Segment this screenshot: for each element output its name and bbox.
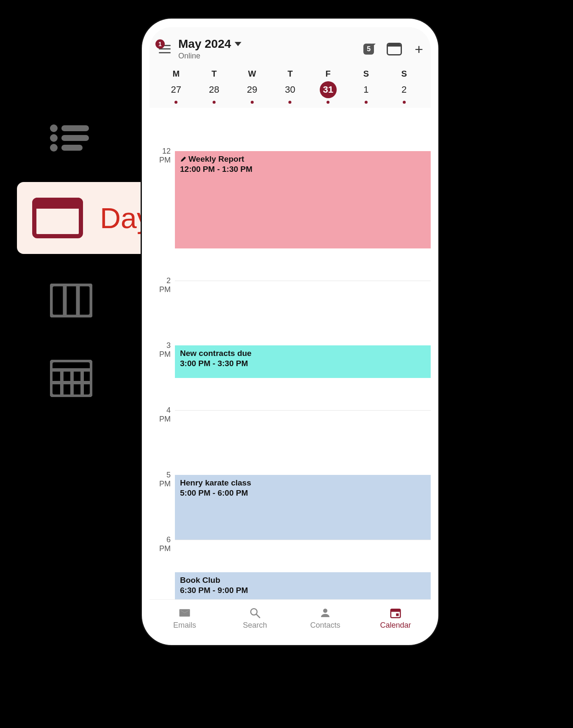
svg-rect-19 bbox=[391, 609, 401, 612]
notification-badge: 1 bbox=[155, 39, 165, 49]
event-title: Weekly Report bbox=[180, 154, 426, 164]
app-header: 1 May 2024 Online 5 + M27T28W29T30F31S1 bbox=[149, 27, 431, 108]
hour-gridline bbox=[175, 410, 431, 411]
week-dow: M bbox=[173, 69, 180, 79]
week-day-number: 27 bbox=[168, 81, 185, 98]
event-dot bbox=[403, 101, 406, 104]
month-picker[interactable]: May 2024 bbox=[178, 37, 241, 51]
event-title: New contracts due bbox=[180, 349, 426, 358]
header-title: May 2024 bbox=[178, 37, 231, 51]
event-dot bbox=[288, 101, 291, 104]
event-time: 12:00 PM - 1:30 PM bbox=[180, 165, 426, 174]
hour-label: 5PM bbox=[149, 471, 172, 488]
hour-label: 4PM bbox=[149, 406, 172, 423]
svg-rect-20 bbox=[396, 613, 399, 616]
week-dow: T bbox=[211, 69, 216, 79]
event-dot bbox=[251, 101, 254, 104]
week-day[interactable]: S2 bbox=[385, 69, 423, 108]
view-switch bbox=[47, 123, 93, 153]
event-dot bbox=[327, 101, 329, 104]
nav-calendar[interactable]: Calendar bbox=[360, 600, 431, 637]
calendar-event[interactable]: Weekly Report12:00 PM - 1:30 PM bbox=[175, 151, 431, 248]
week-day-number: 28 bbox=[206, 81, 223, 98]
view-3day-icon[interactable] bbox=[50, 284, 92, 319]
hour-gridline bbox=[175, 281, 431, 281]
event-dot bbox=[365, 101, 368, 104]
week-day-number: 1 bbox=[357, 81, 374, 98]
svg-line-16 bbox=[257, 615, 260, 618]
week-day[interactable]: M27 bbox=[157, 69, 195, 108]
calendar-event[interactable]: Book Club6:30 PM - 9:00 PM bbox=[175, 572, 431, 600]
week-day[interactable]: T28 bbox=[195, 69, 233, 108]
view-agenda-icon[interactable] bbox=[47, 123, 93, 153]
svg-point-2 bbox=[50, 134, 58, 142]
nav-label: Search bbox=[243, 621, 267, 630]
week-dow: S bbox=[401, 69, 407, 79]
svg-rect-3 bbox=[61, 135, 89, 141]
week-dow: T bbox=[288, 69, 293, 79]
view-month-icon[interactable] bbox=[50, 360, 92, 399]
phone-frame: 1 May 2024 Online 5 + M27T28W29T30F31S1 bbox=[142, 19, 438, 645]
calendar-event[interactable]: New contracts due3:00 PM - 3:30 PM bbox=[175, 345, 431, 378]
svg-point-0 bbox=[50, 124, 58, 132]
nav-search[interactable]: Search bbox=[220, 600, 290, 637]
today-button[interactable] bbox=[387, 43, 402, 55]
hour-label: 6PM bbox=[149, 535, 172, 553]
calendar-event[interactable]: Henry karate class5:00 PM - 6:00 PM bbox=[175, 475, 431, 540]
svg-point-15 bbox=[251, 609, 257, 615]
event-time: 6:30 PM - 9:00 PM bbox=[180, 586, 426, 595]
week-day[interactable]: S1 bbox=[347, 69, 385, 108]
event-time: 5:00 PM - 6:00 PM bbox=[180, 488, 426, 498]
event-dot bbox=[213, 101, 216, 104]
chevron-down-icon bbox=[235, 42, 241, 46]
count-chip[interactable]: 5 bbox=[363, 44, 374, 55]
week-dow: W bbox=[248, 69, 256, 79]
week-day-number: 31 bbox=[320, 81, 337, 98]
nav-label: Calendar bbox=[380, 621, 411, 630]
svg-rect-5 bbox=[61, 145, 83, 151]
nav-contacts[interactable]: Contacts bbox=[290, 600, 360, 637]
hour-label: 2PM bbox=[149, 276, 172, 294]
hour-label: 12PM bbox=[149, 147, 172, 164]
svg-point-17 bbox=[323, 609, 327, 613]
hour-label: 3PM bbox=[149, 341, 172, 358]
week-day-number: 29 bbox=[244, 81, 260, 98]
add-event-button[interactable]: + bbox=[415, 42, 423, 56]
week-day[interactable]: W29 bbox=[233, 69, 271, 108]
connection-status: Online bbox=[178, 52, 241, 61]
event-title: Book Club bbox=[180, 576, 426, 585]
week-day[interactable]: T30 bbox=[271, 69, 309, 108]
event-time: 3:00 PM - 3:30 PM bbox=[180, 359, 426, 368]
week-dow: S bbox=[363, 69, 369, 79]
week-day-number: 2 bbox=[396, 81, 412, 98]
nav-label: Emails bbox=[173, 621, 196, 630]
event-dot bbox=[174, 101, 177, 104]
week-dow: F bbox=[326, 69, 331, 79]
week-strip: M27T28W29T30F31S1S2 bbox=[157, 69, 423, 108]
nav-label: Contacts bbox=[310, 621, 340, 630]
day-timeline[interactable]: 12PM2PM3PM4PM5PM6PM Weekly Report12:00 P… bbox=[149, 108, 431, 599]
bottom-nav: EmailsSearchContactsCalendar bbox=[149, 599, 431, 637]
nav-emails[interactable]: Emails bbox=[149, 600, 220, 637]
svg-rect-1 bbox=[61, 125, 89, 131]
day-view-icon bbox=[32, 198, 83, 238]
hour-gridline bbox=[175, 540, 431, 540]
week-day-number: 30 bbox=[282, 81, 299, 98]
svg-point-4 bbox=[50, 144, 58, 152]
week-day[interactable]: F31 bbox=[309, 69, 347, 108]
svg-rect-6 bbox=[51, 284, 91, 317]
phone-screen: 1 May 2024 Online 5 + M27T28W29T30F31S1 bbox=[149, 27, 431, 637]
event-title: Henry karate class bbox=[180, 478, 426, 488]
menu-button[interactable]: 1 bbox=[157, 43, 172, 55]
